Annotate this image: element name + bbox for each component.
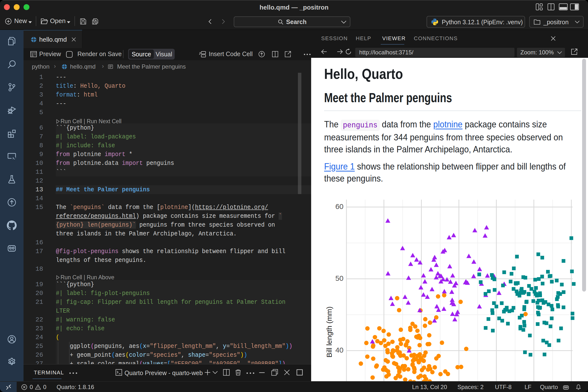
svg-text:Bill length (mm): Bill length (mm) (325, 306, 333, 358)
svg-text:60: 60 (336, 202, 344, 210)
svg-text:40: 40 (336, 346, 344, 354)
svg-text:50: 50 (336, 274, 344, 282)
